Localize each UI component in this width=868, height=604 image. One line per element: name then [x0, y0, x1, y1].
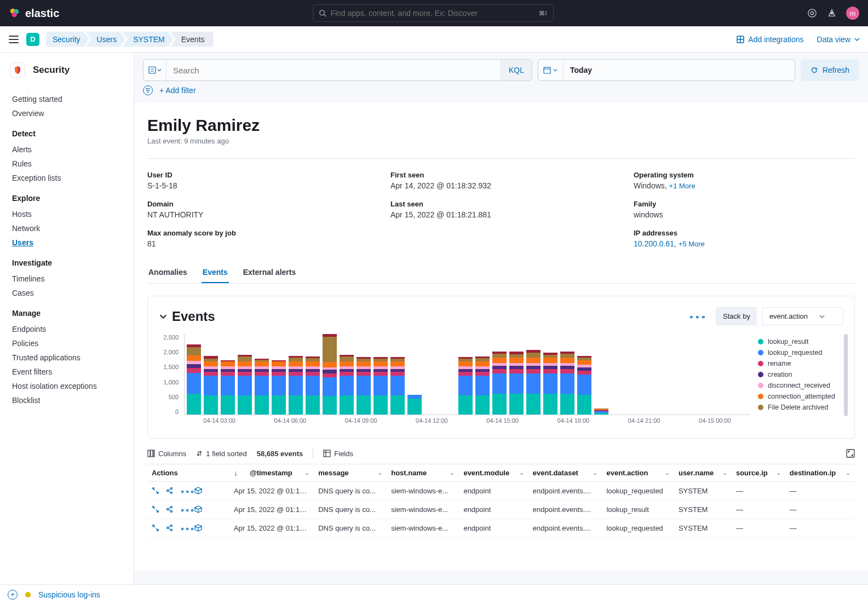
chevron-down-icon[interactable]: ⌄ [593, 469, 597, 476]
global-search-input[interactable] [331, 9, 534, 18]
column-header[interactable]: ↓@timestamp⌄ [229, 464, 314, 482]
global-search[interactable]: ⌘/ [313, 4, 554, 22]
chart-bar[interactable] [577, 334, 591, 415]
sidebar-item-timelines[interactable]: Timelines [12, 272, 122, 286]
stack-by-select[interactable]: event.action [762, 307, 843, 325]
sidebar-item-overview[interactable]: Overview [12, 106, 122, 120]
sidebar-item-getting-started[interactable]: Getting started [12, 92, 122, 106]
chart-bar[interactable] [187, 334, 201, 415]
column-header[interactable]: event.module⌄ [459, 464, 528, 482]
sidebar-item-policies[interactable]: Policies [12, 336, 122, 350]
chart-bar[interactable] [543, 334, 557, 415]
help-icon[interactable] [807, 8, 818, 19]
ip-more-link[interactable]: +5 More [679, 240, 705, 248]
sidebar-item-blocklist[interactable]: Blocklist [12, 393, 122, 407]
os-more-link[interactable]: +1 More [669, 182, 695, 190]
chart-bar[interactable] [509, 334, 524, 415]
column-header[interactable]: Actions [147, 464, 229, 482]
newsfeed-icon[interactable] [826, 8, 837, 19]
chart-bar[interactable] [441, 334, 456, 415]
expand-icon[interactable] [152, 487, 162, 495]
tab-events[interactable]: Events [202, 262, 229, 283]
brand-logo[interactable]: elastic [9, 7, 59, 20]
chevron-down-icon[interactable]: ⌄ [519, 469, 524, 476]
breadcrumb-users[interactable]: Users [86, 32, 126, 47]
legend-item[interactable]: disconnect_received [758, 380, 843, 391]
breadcrumb-security[interactable]: Security [46, 32, 89, 47]
legend-item[interactable]: lookup_result [758, 336, 843, 347]
chart-bar[interactable] [594, 334, 608, 415]
legend-scrollbar[interactable] [844, 334, 848, 416]
refresh-button[interactable]: Refresh [801, 59, 859, 81]
chart-bar[interactable] [340, 334, 354, 415]
chart-bar[interactable] [390, 334, 405, 415]
add-filter-button[interactable]: + Add filter [159, 86, 196, 95]
sidebar-item-exception-lists[interactable]: Exception lists [12, 171, 122, 185]
tab-anomalies[interactable]: Anomalies [147, 262, 188, 283]
chart-bar[interactable] [526, 334, 541, 415]
expand-icon[interactable] [152, 505, 162, 514]
sidebar-item-host-isolation-exceptions[interactable]: Host isolation exceptions [12, 379, 122, 393]
sidebar-item-cases[interactable]: Cases [12, 286, 122, 300]
cube-icon[interactable] [194, 505, 204, 514]
column-header[interactable]: source.ip⌄ [732, 464, 785, 482]
chart-bar[interactable] [458, 334, 473, 415]
chevron-down-icon[interactable]: ⌄ [450, 469, 455, 476]
expand-icon[interactable] [152, 524, 162, 532]
sidebar-item-hosts[interactable]: Hosts [12, 207, 122, 221]
column-header[interactable]: destination.ip⌄ [785, 464, 855, 482]
query-language[interactable]: KQL [501, 60, 532, 80]
sidebar-item-trusted-applications[interactable]: Trusted applications [12, 350, 122, 365]
calendar-icon[interactable] [538, 60, 564, 80]
column-header[interactable]: host.name⌄ [387, 464, 459, 482]
analyze-icon[interactable] [166, 524, 176, 532]
column-header[interactable]: user.name⌄ [674, 464, 732, 482]
data-view-selector[interactable]: Data view [817, 35, 860, 44]
sort-button[interactable]: 1 field sorted [196, 450, 246, 458]
more-actions-icon[interactable]: ∘∘∘ [180, 487, 190, 495]
add-timeline-icon[interactable]: + [8, 590, 18, 600]
columns-button[interactable]: Columns [147, 450, 186, 458]
chart-bar[interactable] [238, 334, 252, 415]
chart-bar[interactable] [204, 334, 218, 415]
chart-bar[interactable] [492, 334, 507, 415]
cube-icon[interactable] [194, 487, 204, 495]
column-header[interactable]: event.dataset⌄ [528, 464, 602, 482]
sidebar-item-network[interactable]: Network [12, 221, 122, 235]
legend-item[interactable]: lookup_requested [758, 347, 843, 358]
analyze-icon[interactable] [166, 487, 176, 495]
chevron-down-icon[interactable]: ⌄ [665, 469, 670, 476]
chevron-down-icon[interactable]: ⌄ [846, 469, 850, 476]
sidebar-item-event-filters[interactable]: Event filters [12, 365, 122, 379]
events-chart[interactable]: 2,5002,0001,5001,0005000 04-14 03:0004-1… [159, 334, 750, 427]
sidebar-item-rules[interactable]: Rules [12, 157, 122, 171]
filter-options-icon[interactable] [143, 85, 153, 95]
chevron-down-icon[interactable]: ⌄ [304, 469, 309, 476]
column-header[interactable]: message⌄ [314, 464, 387, 482]
more-actions-icon[interactable]: ∘∘∘ [180, 524, 190, 532]
sidebar-item-endpoints[interactable]: Endpoints [12, 322, 122, 336]
chevron-down-icon[interactable]: ⌄ [776, 469, 781, 476]
user-avatar[interactable]: m [846, 7, 859, 20]
chart-bar[interactable] [306, 334, 320, 415]
chart-bar[interactable] [407, 334, 422, 415]
chevron-down-icon[interactable] [159, 312, 168, 321]
cube-icon[interactable] [194, 524, 204, 532]
chart-bar[interactable] [373, 334, 388, 415]
legend-item[interactable]: connection_attempted [758, 391, 843, 402]
sidebar-item-alerts[interactable]: Alerts [12, 142, 122, 157]
chart-bar[interactable] [475, 334, 490, 415]
date-picker[interactable]: Today [538, 59, 795, 81]
more-actions-icon[interactable]: ∘∘∘ [180, 505, 190, 514]
chart-bar[interactable] [255, 334, 269, 415]
fullscreen-button[interactable] [846, 449, 855, 458]
timeline-title[interactable]: Suspicious log-ins [38, 590, 100, 599]
inspect-icon[interactable]: ∘∘∘ [689, 312, 707, 321]
chevron-down-icon[interactable]: ⌄ [722, 469, 727, 476]
chevron-down-icon[interactable]: ⌄ [377, 469, 382, 476]
legend-item[interactable]: rename [758, 358, 843, 369]
chart-bar[interactable] [357, 334, 371, 415]
add-integrations-link[interactable]: Add integrations [736, 35, 803, 44]
chart-bar[interactable] [272, 334, 286, 415]
chart-bar[interactable] [221, 334, 235, 415]
